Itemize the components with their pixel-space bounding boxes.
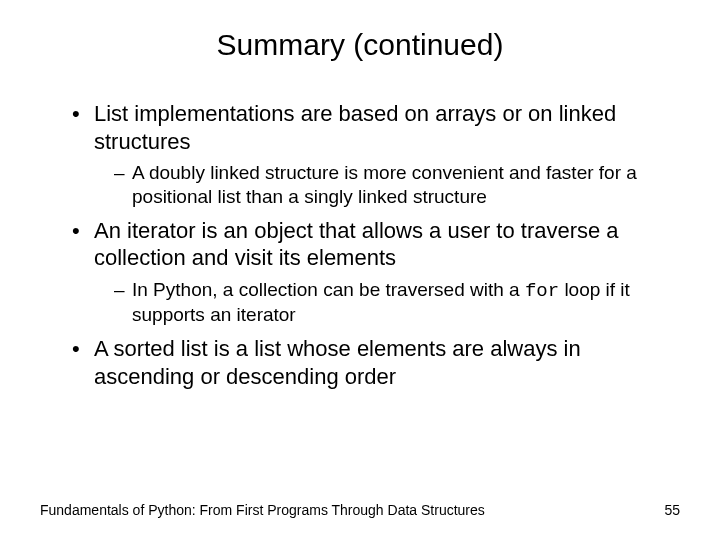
sub-item: In Python, a collection can be traversed… (114, 278, 680, 328)
bullet-item: A sorted list is a list whose elements a… (72, 335, 680, 390)
bullet-item: An iterator is an object that allows a u… (72, 217, 680, 328)
sub-list: A doubly linked structure is more conven… (94, 161, 680, 209)
footer-left: Fundamentals of Python: From First Progr… (40, 502, 485, 518)
sub-text-prefix: In Python, a collection can be traversed… (132, 279, 525, 300)
sub-list: In Python, a collection can be traversed… (94, 278, 680, 328)
slide-footer: Fundamentals of Python: From First Progr… (40, 502, 680, 518)
bullet-text: A sorted list is a list whose elements a… (94, 336, 581, 389)
bullet-text: An iterator is an object that allows a u… (94, 218, 619, 271)
page-number: 55 (664, 502, 680, 518)
sub-item: A doubly linked structure is more conven… (114, 161, 680, 209)
code-keyword: for (525, 280, 559, 302)
slide-title: Summary (continued) (40, 28, 680, 62)
bullet-item: List implementations are based on arrays… (72, 100, 680, 209)
bullet-text: List implementations are based on arrays… (94, 101, 616, 154)
sub-text: A doubly linked structure is more conven… (132, 162, 637, 207)
bullet-list: List implementations are based on arrays… (40, 100, 680, 390)
